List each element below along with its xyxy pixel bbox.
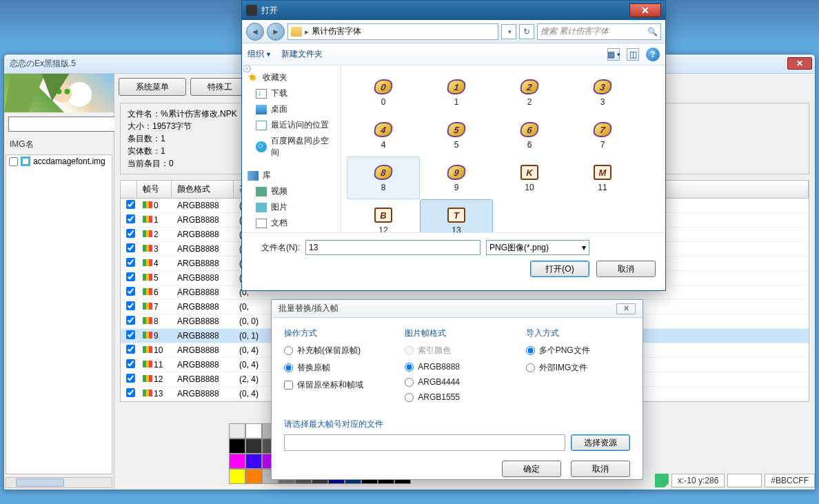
frame-row-checkbox[interactable] [126, 229, 135, 238]
radio-argb4444[interactable]: ARGB4444 [405, 377, 509, 387]
frame-row-checkbox[interactable] [126, 214, 135, 223]
frame-format: ARGB8888 [172, 301, 234, 313]
sidebar-item-desktop[interactable]: 桌面 [242, 101, 341, 117]
file-type-filter[interactable]: PNG图像(*.png)▾ [486, 240, 589, 255]
choose-resource-button[interactable]: 选择资源 [571, 434, 630, 451]
color-swatch[interactable] [229, 439, 245, 454]
batch-close-button[interactable]: ✕ [616, 303, 636, 314]
img-list-item[interactable]: accdamagefont.img [6, 155, 112, 168]
file-thumb-icon: T [447, 208, 465, 223]
color-swatch[interactable] [245, 469, 262, 484]
frame-row-checkbox[interactable] [126, 258, 135, 267]
file-item[interactable]: 33 [566, 71, 639, 114]
file-item[interactable]: 55 [420, 114, 493, 157]
file-item[interactable]: 22 [493, 71, 566, 114]
radio-append[interactable]: 补充帧(保留原帧) [284, 345, 388, 356]
nav-back-button[interactable]: ◄ [246, 23, 264, 41]
frame-row-checkbox[interactable] [126, 359, 135, 368]
frame-row-checkbox[interactable] [126, 316, 135, 325]
sidebar-item-baidu[interactable]: 百度网盘同步空间 [242, 133, 341, 161]
file-item[interactable]: 88 [347, 157, 420, 199]
frame-row-checkbox[interactable] [126, 200, 135, 209]
frame-row-checkbox[interactable] [126, 345, 135, 354]
color-swatch[interactable] [245, 439, 262, 454]
nav-forward-button[interactable]: ► [267, 23, 285, 41]
radio-argb1555[interactable]: ARGB1555 [405, 392, 509, 402]
frame-row-checkbox[interactable] [126, 388, 135, 397]
file-item[interactable]: 00 [347, 71, 420, 114]
color-swatch[interactable] [229, 469, 245, 484]
preview-pane-button[interactable]: ◫ [627, 48, 639, 61]
breadcrumb-segment[interactable]: 累计伤害字体 [312, 26, 361, 37]
file-item[interactable]: 77 [566, 114, 639, 157]
open-button[interactable]: 打开(O) [530, 261, 589, 277]
sidebar-item-video[interactable]: 视频 [242, 183, 341, 199]
color-swatch[interactable] [245, 454, 262, 469]
color-swatch[interactable] [245, 423, 262, 439]
frame-icon [143, 390, 152, 396]
filename-input[interactable] [305, 240, 481, 255]
editor-close-button[interactable]: ✕ [787, 57, 812, 70]
col-frame-num[interactable]: 帧号 [137, 181, 172, 198]
editor-search-input[interactable] [8, 117, 119, 132]
file-grid[interactable]: 00112233445566778899K10M11B12T13 [341, 65, 665, 232]
batch-ok-button[interactable]: 确定 [502, 461, 561, 477]
sidebar-group-library[interactable]: 库 [242, 168, 341, 183]
sys-menu-button[interactable]: 系统菜单 [119, 78, 186, 96]
file-item[interactable]: T13 [420, 199, 493, 232]
col-color-format[interactable]: 颜色格式 [172, 181, 234, 198]
frame-icon [143, 317, 152, 324]
frame-row-checkbox[interactable] [126, 287, 135, 296]
file-thumb-icon: 9 [446, 165, 466, 180]
sidebar-item-pictures[interactable]: 图片 [242, 199, 341, 215]
breadcrumb-history-button[interactable] [501, 24, 516, 39]
batch-cancel-button[interactable]: 取消 [571, 461, 630, 477]
new-folder-button[interactable]: 新建文件夹 [281, 48, 323, 60]
help-icon[interactable]: ? [646, 48, 660, 61]
refresh-button[interactable]: ↻ [519, 24, 534, 39]
radio-multi-png[interactable]: 多个PNG文件 [526, 345, 630, 356]
file-item[interactable]: 11 [420, 71, 493, 114]
check-keep-coords[interactable]: 保留原坐标和帧域 [284, 379, 388, 391]
sidebar-item-recent[interactable]: 最近访问的位置 [242, 117, 341, 133]
frame-icon [143, 288, 152, 295]
sidebar-item-downloads[interactable]: 下载 [242, 85, 341, 101]
radio-argb8888[interactable]: ARGB8888 [405, 362, 509, 372]
frame-icon [143, 201, 152, 208]
radio-external-img[interactable]: 外部IMG文件 [526, 362, 630, 374]
frame-row-checkbox[interactable] [126, 301, 135, 310]
frame-row-checkbox[interactable] [126, 330, 135, 339]
svg-point-3 [64, 89, 70, 94]
file-thumb-icon: 4 [373, 122, 393, 137]
file-item[interactable]: 66 [493, 114, 566, 157]
frame-row-checkbox[interactable] [126, 272, 135, 281]
img-list-hscroll[interactable] [6, 477, 112, 488]
radio-replace[interactable]: 替换原帧 [284, 362, 388, 374]
sidebar-group-favorites[interactable]: 收藏夹 [242, 70, 341, 85]
file-item[interactable]: B12 [347, 199, 420, 232]
frame-format: ARGB8888 [172, 330, 234, 342]
frame-row-checkbox[interactable] [126, 374, 135, 383]
frame-row-checkbox[interactable] [126, 243, 135, 252]
view-mode-button[interactable]: ▦ [607, 48, 620, 61]
file-item[interactable]: 99 [420, 157, 493, 199]
file-dialog-titlebar[interactable]: 打开 ✕ [242, 1, 665, 20]
file-item[interactable]: 44 [347, 114, 420, 157]
breadcrumb[interactable]: ▸ 累计伤害字体 [287, 23, 498, 40]
img-item-checkbox[interactable] [9, 157, 18, 166]
file-item[interactable]: M11 [566, 157, 639, 199]
color-swatch[interactable] [229, 454, 245, 469]
color-swatch[interactable] [229, 423, 245, 439]
batch-titlebar[interactable]: 批量替换/插入帧 ✕ [272, 300, 643, 318]
file-dialog-close-button[interactable]: ✕ [629, 3, 661, 17]
file-item[interactable]: K10 [493, 157, 566, 199]
sidebar-item-documents[interactable]: 文档 [242, 215, 341, 231]
cancel-button[interactable]: 取消 [596, 261, 656, 277]
frame-icon [143, 332, 152, 339]
file-dialog-search[interactable]: 搜索 累计伤害字体 🔍 [537, 23, 661, 40]
file-thumb-icon: 2 [519, 79, 539, 94]
organize-menu[interactable]: 组织▼ [247, 48, 272, 60]
img-list[interactable]: accdamagefont.img [6, 154, 112, 474]
batch-file-input[interactable] [284, 434, 565, 451]
radio-indexed[interactable]: 索引颜色 [405, 345, 509, 356]
